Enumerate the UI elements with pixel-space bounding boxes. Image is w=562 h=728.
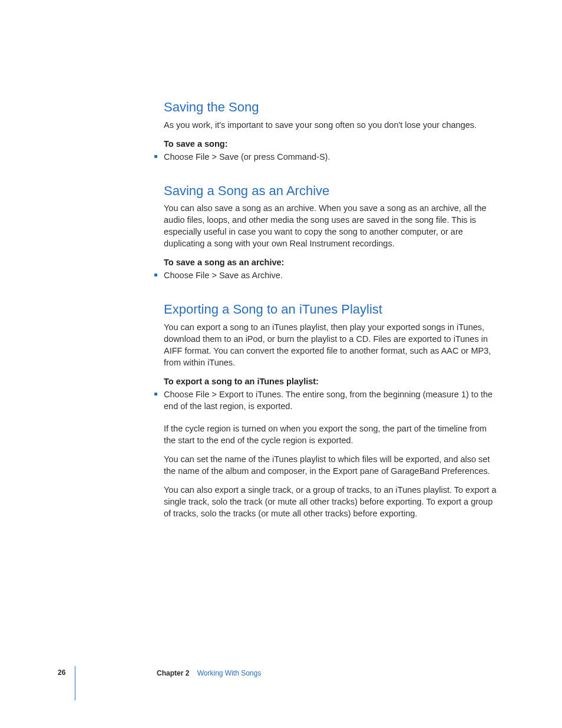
document-page: Saving the Song As you work, it's import…: [0, 0, 562, 728]
section-heading: Exporting a Song to an iTunes Playlist: [164, 301, 500, 318]
task-steps: Choose File > Save (or press Command-S).: [164, 151, 500, 163]
paragraph: If the cycle region is turned on when yo…: [164, 423, 500, 446]
additional-paragraphs: If the cycle region is turned on when yo…: [164, 423, 500, 519]
list-item: Choose File > Save (or press Command-S).: [156, 151, 500, 163]
section-exporting-to-itunes: Exporting a Song to an iTunes Playlist Y…: [164, 301, 500, 519]
task-subhead: To save a song as an archive:: [164, 258, 500, 267]
paragraph: You can also export a single track, or a…: [164, 484, 500, 519]
page-content: Saving the Song As you work, it's import…: [164, 99, 500, 526]
chapter-title: Working With Songs: [197, 669, 262, 677]
list-item: Choose File > Save as Archive.: [156, 269, 500, 281]
section-saving-as-archive: Saving a Song as an Archive You can also…: [164, 183, 500, 282]
section-saving-the-song: Saving the Song As you work, it's import…: [164, 99, 500, 163]
list-item-text: Choose File > Export to iTunes. The enti…: [164, 388, 500, 412]
bullet-icon: [154, 155, 157, 158]
page-number: 26: [58, 668, 65, 677]
section-intro: You can export a song to an iTunes playl…: [164, 321, 500, 368]
footer-divider-icon: [75, 666, 75, 700]
task-subhead: To export a song to an iTunes playlist:: [164, 377, 500, 386]
chapter-label: Chapter 2: [157, 669, 189, 677]
section-intro: You can also save a song as an archive. …: [164, 202, 500, 249]
task-steps: Choose File > Export to iTunes. The enti…: [164, 388, 500, 412]
bullet-icon: [154, 274, 157, 276]
section-heading: Saving the Song: [164, 99, 500, 116]
paragraph: You can set the name of the iTunes playl…: [164, 453, 500, 477]
section-intro: As you work, it's important to save your…: [164, 119, 500, 131]
chapter-info: Chapter 2 Working With Songs: [157, 669, 261, 677]
task-steps: Choose File > Save as Archive.: [164, 269, 500, 281]
list-item-text: Choose File > Save (or press Command-S).: [164, 151, 500, 163]
list-item: Choose File > Export to iTunes. The enti…: [156, 388, 500, 412]
section-heading: Saving a Song as an Archive: [164, 183, 500, 199]
list-item-text: Choose File > Save as Archive.: [164, 269, 500, 281]
page-footer: 26 Chapter 2 Working With Songs: [58, 668, 505, 677]
bullet-icon: [154, 393, 157, 396]
task-subhead: To save a song:: [164, 139, 500, 149]
